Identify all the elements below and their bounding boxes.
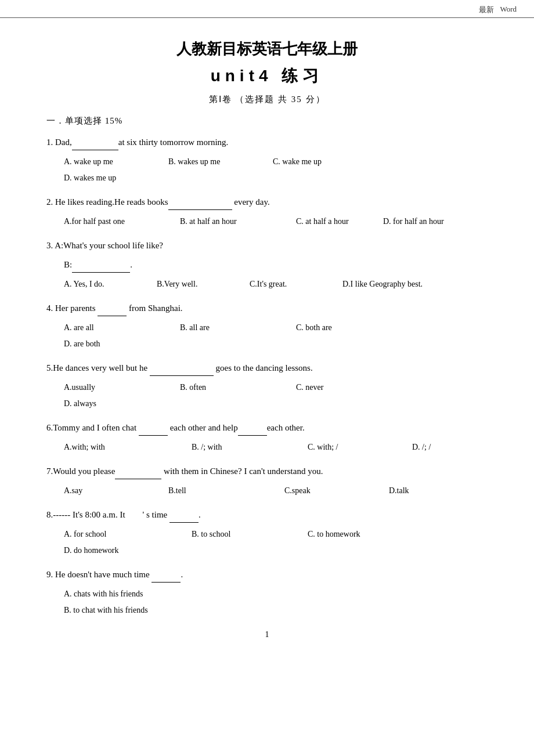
q4-options: A. are all B. all are C. both are D. are… [46, 320, 488, 352]
q9-opt-a: A. chats with his friends [64, 586, 284, 602]
q7-options: A.say B.tell C.speak D.talk [46, 483, 488, 499]
q5-options: A.usually B. often C. never D. always [46, 379, 488, 412]
q9-text: 9. He doesn't have much time . [46, 567, 488, 583]
q2-opt-c: C. at half a hour [296, 214, 383, 230]
part-title: 一．单项选择 15% [46, 115, 488, 126]
q8-opt-d: D. do homework [64, 542, 157, 559]
q2-opt-d: D. for half an hour [383, 214, 470, 230]
q9-opt-b: B. to chat with his friends [64, 602, 284, 618]
question-7: 7.Would you please with them in Chinese?… [46, 464, 488, 499]
q5-opt-c: C. never [296, 379, 400, 396]
q7-opt-a: A.say [64, 483, 168, 499]
q8-blank [169, 512, 199, 523]
q6-opt-c: C. with; / [308, 439, 412, 455]
question-6: 6.Tommy and I often chat each other and … [46, 420, 488, 455]
q3-opt-a: A. Yes, I do. [64, 276, 157, 292]
q6-opt-d: D. /; / [412, 439, 482, 455]
q6-blank2 [238, 425, 267, 436]
q6-opt-b: B. /; with [192, 439, 308, 455]
section-header: 第Ⅰ卷 （选择题 共 35 分） [46, 94, 488, 105]
q6-blank1 [139, 425, 168, 436]
q7-opt-d: D.talk [389, 483, 459, 499]
q3-opt-b: B.Very well. [157, 276, 250, 292]
q9-options: A. chats with his friends B. to chat wit… [46, 586, 488, 618]
q8-opt-c: C. to homework [308, 526, 424, 542]
q4-text: 4. Her parents from Shanghai. [46, 301, 488, 316]
q3-opt-c: C.It's great. [250, 276, 342, 292]
q1-opt-d: D. wakes me up [64, 170, 180, 186]
q4-blank [98, 306, 127, 316]
q4-opt-c: C. both are [296, 320, 400, 336]
q8-opt-a: A. for school [64, 526, 192, 542]
question-3: 3. A:What's your school life like? B:. A… [46, 238, 488, 292]
q2-text: 2. He likes reading.He reads books every… [46, 194, 488, 210]
q2-options: A.for half past one B. at half an hour C… [46, 214, 488, 230]
q2-opt-a: A.for half past one [64, 214, 180, 230]
q1-opt-a: A. wake up me [64, 154, 168, 170]
question-5: 5.He dances very well but he goes to the… [46, 360, 488, 412]
q4-opt-d: D. are both [64, 336, 168, 352]
q5-blank [150, 366, 214, 376]
q3-text-b: B:. [46, 257, 488, 273]
q7-opt-c: C.speak [284, 483, 389, 499]
q8-opt-b: B. to school [192, 526, 308, 542]
q8-text: 8.------ It's 8:00 a.m. It ' s time . [46, 507, 488, 523]
question-9: 9. He doesn't have much time . A. chats … [46, 567, 488, 618]
q1-opt-c: C. wake me up [273, 154, 377, 170]
sub-title: unit4 练习 [46, 65, 488, 87]
header-label1: 最新 [479, 5, 494, 15]
q6-text: 6.Tommy and I often chat each other and … [46, 420, 488, 436]
q5-text: 5.He dances very well but he goes to the… [46, 360, 488, 376]
question-4: 4. Her parents from Shanghai. A. are all… [46, 301, 488, 352]
question-2: 2. He likes reading.He reads books every… [46, 194, 488, 230]
page-number: 1 [46, 630, 488, 639]
q6-options: A.with; with B. /; with C. with; / D. /;… [46, 439, 488, 455]
q1-options: A. wake up me B. wakes up me C. wake me … [46, 154, 488, 186]
q5-opt-a: A.usually [64, 379, 180, 396]
q4-opt-b: B. all are [180, 320, 296, 336]
question-8: 8.------ It's 8:00 a.m. It ' s time . A.… [46, 507, 488, 559]
q2-opt-b: B. at half an hour [180, 214, 296, 230]
q1-opt-b: B. wakes up me [168, 154, 273, 170]
q5-opt-d: D. always [64, 396, 168, 412]
main-content: 人教新目标英语七年级上册 unit4 练习 第Ⅰ卷 （选择题 共 35 分） 一… [0, 18, 534, 663]
q5-opt-b: B. often [180, 379, 296, 396]
q8-options: A. for school B. to school C. to homewor… [46, 526, 488, 559]
q4-opt-a: A. are all [64, 320, 180, 336]
q2-blank [168, 200, 232, 210]
q9-blank [151, 572, 181, 583]
main-title: 人教新目标英语七年级上册 [46, 39, 488, 59]
q7-blank [115, 469, 161, 479]
q3-opt-d: D.I like Geography best. [342, 276, 470, 292]
q1-blank [72, 140, 118, 150]
q3-options: A. Yes, I do. B.Very well. C.It's great.… [46, 276, 488, 292]
q6-opt-a: A.with; with [64, 439, 192, 455]
q3-blank [72, 262, 130, 273]
q3-text-a: 3. A:What's your school life like? [46, 238, 488, 254]
header-label2: Word [500, 5, 517, 15]
q7-text: 7.Would you please with them in Chinese?… [46, 464, 488, 479]
question-1: 1. Dad,at six thirty tomorrow morning. A… [46, 135, 488, 186]
q1-text: 1. Dad,at six thirty tomorrow morning. [46, 135, 488, 150]
q7-opt-b: B.tell [168, 483, 284, 499]
header-bar: 最新 Word [0, 0, 534, 18]
